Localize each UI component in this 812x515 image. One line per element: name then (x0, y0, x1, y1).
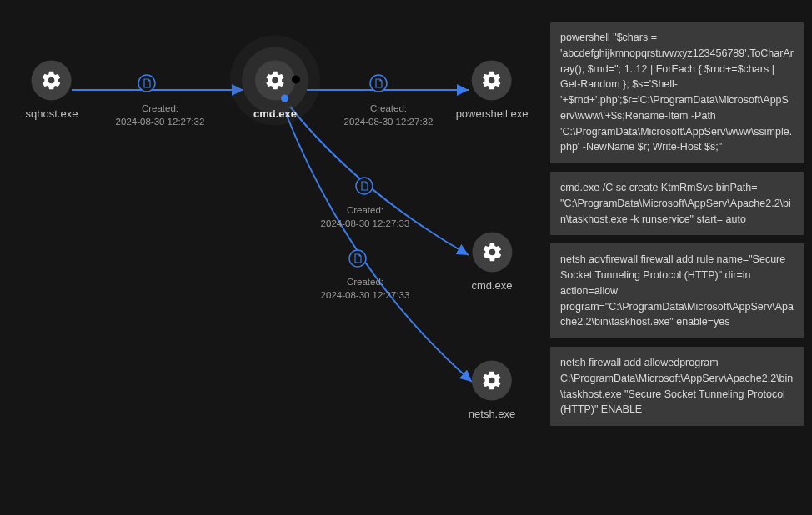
gear-icon (32, 61, 72, 101)
node-sqhost[interactable]: sqhost.exe (26, 61, 78, 120)
node-label: cmd.exe (253, 108, 297, 120)
command-panel[interactable]: netsh advfirewall firewall add rule name… (550, 243, 804, 338)
gear-icon (472, 361, 512, 401)
node-netsh[interactable]: netsh.exe (469, 361, 515, 420)
node-label: powershell.exe (456, 108, 529, 120)
command-panels: powershell "$chars = 'abcdefghijkmnopqrs… (550, 22, 804, 426)
node-label: netsh.exe (469, 408, 515, 420)
edge-label: Created: 2024-08-30 12:27:33 (321, 275, 410, 302)
command-panel[interactable]: cmd.exe /C sc create KtmRmSvc binPath= "… (550, 172, 804, 235)
process-graph: Created: 2024-08-30 12:27:32 Created: 20… (0, 0, 542, 515)
gear-icon (472, 61, 512, 101)
status-dot-blue (281, 95, 288, 102)
edge-label: Created: 2024-08-30 12:27:33 (321, 203, 410, 230)
node-cmd-main[interactable]: cmd.exe (253, 61, 297, 120)
edge-label: Created: 2024-08-30 12:27:32 (344, 102, 434, 128)
node-label: cmd.exe (471, 279, 512, 292)
command-panel[interactable]: powershell "$chars = 'abcdefghijkmnopqrs… (550, 22, 804, 163)
node-powershell[interactable]: powershell.exe (456, 61, 529, 120)
edge-label: Created: 2024-08-30 12:27:32 (116, 102, 205, 128)
svg-point-4 (356, 178, 373, 194)
gear-icon (472, 232, 512, 272)
status-dot-black (292, 76, 300, 84)
node-label: sqhost.exe (26, 108, 78, 120)
command-panel[interactable]: netsh firewall add allowedprogram C:\Pro… (550, 347, 804, 426)
svg-point-3 (370, 75, 387, 92)
svg-point-2 (138, 75, 155, 92)
node-cmd-child[interactable]: cmd.exe (471, 232, 512, 292)
svg-point-5 (349, 250, 366, 267)
gear-icon (255, 61, 295, 101)
